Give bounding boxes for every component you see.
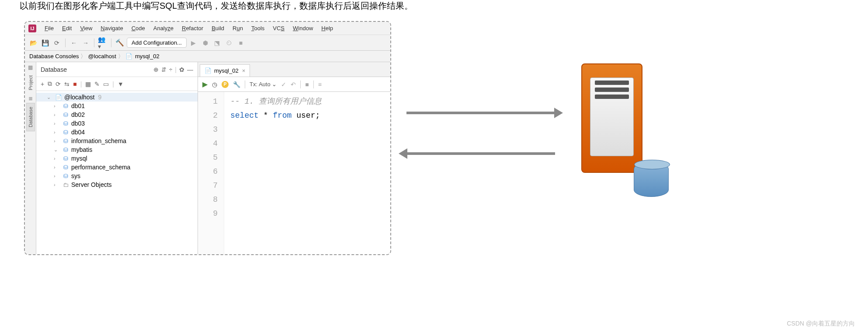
menu-navigate[interactable]: Navigate bbox=[97, 24, 126, 33]
breadcrumb-seg[interactable]: @localhost bbox=[88, 53, 116, 60]
menu-run[interactable]: Run bbox=[229, 24, 247, 33]
run-icon[interactable]: ▶ bbox=[202, 80, 208, 88]
line-number: 8 bbox=[198, 193, 218, 207]
chevron-right-icon: › bbox=[54, 173, 60, 179]
menu-view[interactable]: View bbox=[76, 24, 96, 33]
save-icon[interactable]: 💾 bbox=[40, 38, 50, 48]
target-icon[interactable]: ⊕ bbox=[153, 66, 159, 73]
editor-tab[interactable]: 📄 mysql_02 × bbox=[200, 64, 250, 77]
menu-refactor[interactable]: Refactor bbox=[178, 24, 207, 33]
tree-item[interactable]: ›🗀Server Objects bbox=[36, 180, 198, 189]
menu-help[interactable]: Help bbox=[318, 24, 337, 33]
editor-toolbar: ▶ ◷ P 🔧 Tx: Auto ⌄ ✓ ↶ ■ ≡ bbox=[198, 77, 390, 92]
profile-icon[interactable]: ⏲ bbox=[224, 38, 234, 48]
tree-item[interactable]: ›⛁information_schema bbox=[36, 137, 198, 145]
collapse-icon[interactable]: ÷ bbox=[169, 66, 173, 73]
code-content[interactable]: -- 1. 查询所有用户信息 select * from user; bbox=[224, 92, 390, 254]
code-editor[interactable]: 123456789 -- 1. 查询所有用户信息 select * from u… bbox=[198, 92, 390, 254]
plan-icon[interactable]: P bbox=[222, 81, 229, 88]
add-icon[interactable]: + bbox=[41, 81, 44, 88]
tree-label: Server Objects bbox=[71, 181, 112, 188]
tree-item[interactable]: ›⛁db03 bbox=[36, 119, 198, 128]
tree-item[interactable]: ⌄⛁mybatis bbox=[36, 145, 198, 154]
edit-icon[interactable]: ✎ bbox=[94, 81, 100, 88]
tree-label: @localhost bbox=[64, 94, 94, 101]
chevron-down-icon: ⌄ bbox=[47, 95, 53, 100]
stop-icon[interactable]: ■ bbox=[236, 38, 246, 48]
schema-icon: ⛁ bbox=[62, 129, 69, 136]
menu-analyze[interactable]: Analyze bbox=[150, 24, 177, 33]
side-tab-database[interactable]: Database bbox=[26, 103, 35, 131]
line-number: 9 bbox=[198, 207, 218, 221]
close-icon[interactable]: × bbox=[242, 67, 246, 74]
menu-build[interactable]: Build bbox=[208, 24, 228, 33]
table-icon[interactable]: ▦ bbox=[85, 81, 91, 88]
settings-icon[interactable]: ≡ bbox=[318, 81, 322, 88]
folder-icon: 🗀 bbox=[62, 182, 69, 188]
menu-vcs[interactable]: VCS bbox=[269, 24, 288, 33]
separator: | bbox=[112, 81, 114, 88]
chevron-right-icon: › bbox=[54, 112, 60, 117]
tree-label: information_schema bbox=[71, 137, 126, 144]
tree-item[interactable]: ›⛁performance_schema bbox=[36, 163, 198, 172]
duplicate-icon[interactable]: ⧉ bbox=[48, 80, 52, 88]
menu-file[interactable]: File bbox=[41, 24, 57, 33]
line-number: 5 bbox=[198, 151, 218, 165]
menu-tools[interactable]: Tools bbox=[248, 24, 268, 33]
tx-mode-dropdown[interactable]: Tx: Auto ⌄ bbox=[250, 81, 277, 88]
filter-icon[interactable]: ▼ bbox=[118, 81, 124, 88]
tree-label: performance_schema bbox=[71, 164, 130, 171]
history-icon[interactable]: ◷ bbox=[212, 81, 217, 88]
side-tab-project[interactable]: Project bbox=[27, 72, 35, 94]
code-line-comment: -- 1. 查询所有用户信息 bbox=[230, 95, 384, 109]
run-config-dropdown[interactable]: Add Configuration... bbox=[127, 38, 187, 48]
tree-item[interactable]: ›⛁db01 bbox=[36, 102, 198, 110]
cancel-icon[interactable]: ■ bbox=[305, 81, 309, 88]
tab-label: mysql_02 bbox=[214, 67, 239, 74]
tree-host[interactable]: ⌄ 📄 @localhost 9 bbox=[36, 93, 198, 102]
run-icon[interactable]: ▶ bbox=[189, 38, 198, 48]
tree-label: db02 bbox=[71, 111, 85, 118]
menu-code[interactable]: Code bbox=[128, 24, 149, 33]
page-caption: 以前我们在图形化客户端工具中编写SQL查询代码，发送给数据库执行，数据库执行后返… bbox=[20, 0, 413, 12]
build-icon[interactable]: 🔨 bbox=[115, 38, 125, 48]
gear-icon[interactable]: ✿ bbox=[179, 66, 184, 73]
tree-count: 9 bbox=[98, 94, 101, 101]
tree-item[interactable]: ›⛁db04 bbox=[36, 128, 198, 137]
refresh-icon[interactable]: ⟳ bbox=[56, 81, 61, 88]
breadcrumb-seg[interactable]: Database Consoles bbox=[29, 53, 79, 60]
forward-icon[interactable]: → bbox=[81, 38, 90, 48]
refresh-icon[interactable]: ⟳ bbox=[52, 38, 62, 48]
menu-edit[interactable]: Edit bbox=[59, 24, 75, 33]
open-icon[interactable]: 📂 bbox=[28, 38, 38, 48]
hide-icon[interactable]: — bbox=[187, 66, 193, 73]
schema-icon: ⛁ bbox=[62, 164, 69, 171]
schema-icon: ⛁ bbox=[62, 173, 69, 179]
user-icon[interactable]: 👥▾ bbox=[98, 38, 108, 48]
chevron-right-icon: 〉 bbox=[80, 53, 86, 60]
coverage-icon[interactable]: ⬔ bbox=[212, 38, 222, 48]
wrench-icon[interactable]: 🔧 bbox=[233, 81, 240, 88]
rollback-icon[interactable]: ↶ bbox=[291, 81, 296, 88]
project-icon: ▦ bbox=[27, 64, 34, 71]
sql-file-icon: 📄 bbox=[125, 53, 132, 60]
datasource-icon: 📄 bbox=[55, 94, 62, 101]
debug-icon[interactable]: ⬢ bbox=[201, 38, 210, 48]
expand-icon[interactable]: ⇵ bbox=[161, 66, 167, 73]
schema-icon: ⛁ bbox=[62, 155, 69, 162]
tree-item[interactable]: ›⛁mysql bbox=[36, 154, 198, 163]
commit-icon[interactable]: ✓ bbox=[281, 81, 286, 88]
separator: | bbox=[80, 81, 82, 88]
database-cylinder-icon bbox=[634, 162, 669, 197]
console-icon[interactable]: ▭ bbox=[103, 81, 109, 88]
back-icon[interactable]: ← bbox=[69, 38, 79, 48]
line-number: 3 bbox=[198, 123, 218, 137]
breadcrumb-seg[interactable]: mysql_02 bbox=[135, 53, 160, 60]
line-number: 1 bbox=[198, 95, 218, 109]
sync-icon[interactable]: ⇆ bbox=[64, 81, 69, 88]
menu-window[interactable]: Window bbox=[289, 24, 316, 33]
tree-item[interactable]: ›⛁sys bbox=[36, 172, 198, 180]
stop-icon[interactable]: ■ bbox=[73, 81, 76, 88]
tree-item[interactable]: ›⛁db02 bbox=[36, 110, 198, 119]
separator: | bbox=[175, 66, 177, 73]
